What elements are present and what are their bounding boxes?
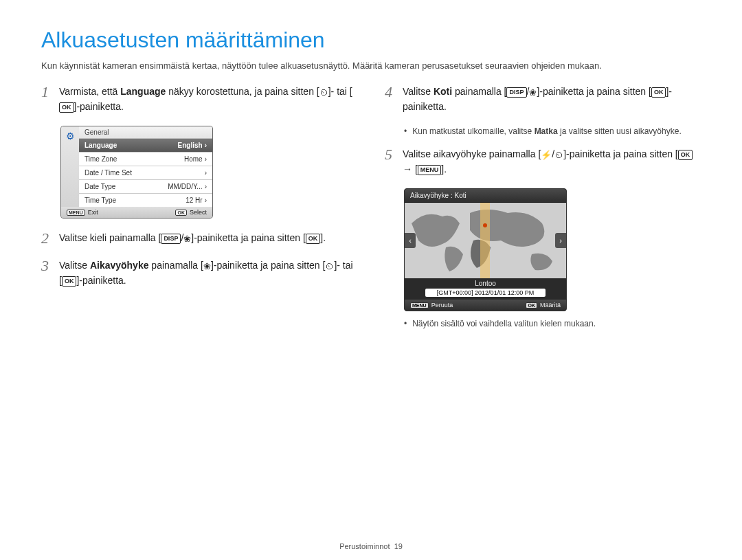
step-text: Valitse Aikavyöhyke painamalla [❀]-paini… (59, 258, 357, 287)
step-number: 3 (41, 258, 54, 273)
step-text: Varmista, että Language näkyy korostettu… (59, 85, 357, 113)
ok-icon: OK (306, 234, 321, 244)
step-1: 1 Varmista, että Language näkyy korostet… (41, 85, 357, 113)
ok-icon: OK (678, 150, 693, 160)
menu-foot-exit: MENU Exit (67, 209, 98, 216)
gear-icon: ⚙ (61, 126, 79, 207)
timer-icon: ⏲ (554, 149, 563, 162)
step-number: 1 (41, 85, 54, 100)
step-text: Valitse aikavyöhyke painamalla [⚡/⏲]-pai… (403, 147, 701, 176)
tz-next-button[interactable]: › (555, 233, 566, 248)
timer-icon: ⏲ (319, 87, 328, 100)
tz-foot-cancel: MENU Peruuta (410, 302, 453, 309)
page-title: Alkuasetusten määrittäminen (41, 27, 701, 53)
svg-point-2 (483, 223, 487, 227)
ok-icon: OK (59, 102, 74, 113)
svg-rect-1 (480, 203, 490, 278)
timezone-screenshot: Aikavyöhyke : Koti ‹ (404, 188, 567, 311)
step-2: 2 Valitse kieli painamalla [DISP/❀]-pain… (41, 231, 357, 246)
disp-icon: DISP (506, 87, 526, 98)
menu-icon: MENU (418, 165, 442, 175)
chevron-right-icon: › (205, 197, 207, 204)
tz-prev-button[interactable]: ‹ (405, 233, 416, 248)
chevron-right-icon: › (205, 142, 207, 149)
disp-icon: DISP (161, 234, 181, 244)
step-text: Valitse Koti painamalla [DISP/❀]-painike… (403, 85, 701, 113)
step-number: 2 (41, 231, 54, 246)
menu-row-datetype: Date Type MM/DD/Y...› (79, 180, 212, 194)
ok-icon: OK (62, 276, 77, 287)
tz-gmt: [GMT+00:00] 2012/01/01 12:00 PM (425, 289, 546, 297)
step-5-note: Näytön sisältö voi vaihdella valitun kie… (404, 318, 701, 330)
ok-icon: OK (651, 87, 666, 98)
chevron-right-icon: › (205, 183, 207, 190)
menu-row-datetime: Date / Time Set › (79, 166, 212, 180)
chevron-right-icon: › (205, 169, 207, 177)
step-3: 3 Valitse Aikavyöhyke painamalla [❀]-pai… (41, 258, 357, 287)
menu-row-timezone: Time Zone Home› (79, 153, 212, 166)
flower-icon: ❀ (203, 260, 211, 273)
ok-badge-icon: OK (526, 302, 537, 309)
menu-header: General (79, 126, 212, 139)
tz-foot-set: OK Määritä (526, 302, 561, 309)
step-number: 5 (385, 147, 397, 162)
world-map: ‹ › (405, 203, 566, 278)
flower-icon: ❀ (183, 233, 191, 246)
menu-badge-icon: MENU (410, 302, 429, 309)
menu-row-language: Language English› (79, 139, 212, 153)
flash-icon: ⚡ (541, 149, 552, 162)
tz-city: Lontoo (405, 278, 566, 289)
left-column: 1 Varmista, että Language näkyy korostet… (41, 85, 357, 339)
menu-foot-select: OK Select (175, 209, 207, 216)
step-4: 4 Valitse Koti painamalla [DISP/❀]-paini… (385, 85, 701, 113)
page-footer: Perustoiminnot 19 (0, 542, 742, 550)
menu-badge-icon: MENU (67, 210, 85, 216)
menu-row-timetype: Time Type 12 Hr› (79, 194, 212, 207)
tz-title: Aikavyöhyke : Koti (405, 189, 566, 203)
chevron-right-icon: › (205, 155, 207, 163)
step-text: Valitse kieli painamalla [DISP/❀]-painik… (59, 231, 326, 246)
step-number: 4 (385, 85, 397, 100)
step-4-note: Kun matkustat ulkomaille, valitse Matka … (404, 126, 701, 137)
flower-icon: ❀ (529, 87, 537, 100)
ok-badge-icon: OK (175, 210, 187, 216)
intro-text: Kun käynnistät kameran ensimmäistä kerta… (41, 60, 701, 72)
step-5: 5 Valitse aikavyöhyke painamalla [⚡/⏲]-p… (385, 147, 701, 176)
right-column: 4 Valitse Koti painamalla [DISP/❀]-paini… (385, 85, 701, 339)
timer-icon: ⏲ (325, 260, 334, 273)
settings-menu-screenshot: ⚙ General Language English› Time Zone Ho… (60, 126, 213, 219)
